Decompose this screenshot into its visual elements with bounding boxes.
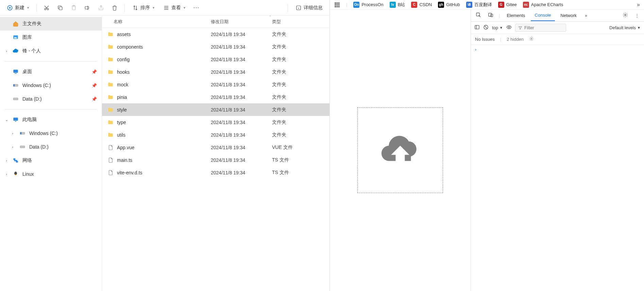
bookmark-item[interactable]: ecApache ECharts xyxy=(523,2,563,8)
bookmark-item[interactable]: OnProcessOn xyxy=(353,2,383,8)
sidebar-item-label: 主文件夹 xyxy=(22,21,41,27)
plus-circle-icon xyxy=(7,5,13,11)
log-levels[interactable]: Default levels ▼ xyxy=(609,25,641,30)
file-row[interactable]: style2024/11/8 19:34文件夹 xyxy=(102,103,329,116)
sidebar-item-home[interactable]: 主文件夹 xyxy=(0,17,102,31)
sidebar-item-label: 锋 - 个人 xyxy=(22,48,41,54)
chevron-right-icon[interactable]: › xyxy=(4,49,9,53)
sidebar-item-desktop[interactable]: 桌面 📌 xyxy=(0,65,102,79)
sidebar-item-linux[interactable]: › Linux xyxy=(0,167,102,181)
tab-elements[interactable]: Elements xyxy=(503,10,529,21)
upload-dropzone[interactable] xyxy=(357,107,443,193)
kebab-icon[interactable]: ⋮ xyxy=(632,11,642,20)
sidebar-toggle-icon[interactable] xyxy=(474,24,480,31)
file-row[interactable]: pinia2024/11/8 19:34文件夹 xyxy=(102,91,329,103)
bookmark-item[interactable]: CCSDN xyxy=(411,2,432,8)
file-row[interactable]: App.vue2024/11/8 19:34VUE 文件 xyxy=(102,141,329,154)
bookmark-item[interactable]: GGitee xyxy=(498,2,517,8)
separator: | xyxy=(500,37,501,42)
bookmark-label: Apache ECharts xyxy=(531,2,563,7)
file-row[interactable]: type2024/11/8 19:34文件夹 xyxy=(102,116,329,129)
rename-button[interactable] xyxy=(82,3,93,13)
settings-icon[interactable] xyxy=(620,10,631,21)
apps-grid-icon[interactable] xyxy=(334,2,340,8)
share-button[interactable] xyxy=(95,3,107,13)
file-name: utils xyxy=(117,132,125,138)
explorer-sidebar: 主文件夹 图库 › 锋 - 个人 桌面 📌 Windows (C:) 📌 xyxy=(0,16,102,291)
chevron-right-icon[interactable]: › xyxy=(10,145,15,149)
pin-icon[interactable]: 📌 xyxy=(91,83,97,88)
chevron-right-icon[interactable]: › xyxy=(4,158,9,162)
sidebar-item-network[interactable]: › 网络 xyxy=(0,154,102,167)
sidebar-item-pc-drive-d[interactable]: › Data (D:) xyxy=(0,140,102,154)
file-row[interactable]: hooks2024/11/8 19:34文件夹 xyxy=(102,66,329,78)
clear-console-icon[interactable] xyxy=(483,24,489,31)
console-output[interactable]: › xyxy=(471,45,644,291)
col-name[interactable]: 名称 xyxy=(102,19,211,25)
folder-icon xyxy=(107,44,114,50)
col-type[interactable]: 类型 xyxy=(272,19,313,25)
chevron-right-icon[interactable]: › xyxy=(10,131,15,135)
settings-small-icon[interactable] xyxy=(529,36,534,42)
inspect-icon[interactable] xyxy=(473,10,484,21)
sidebar-item-this-pc[interactable]: ⌄ 此电脑 xyxy=(0,113,102,126)
file-row[interactable]: main.ts2024/11/8 19:34TS 文件 xyxy=(102,154,329,166)
sidebar-item-label: 图库 xyxy=(22,34,32,40)
filter-box[interactable] xyxy=(515,24,566,32)
new-button[interactable]: 新建 ▾ xyxy=(3,3,32,13)
bookmark-icon: 译 xyxy=(466,2,472,8)
bookmark-label: CSDN xyxy=(419,2,432,7)
pin-icon[interactable]: 📌 xyxy=(91,69,97,74)
file-date: 2024/11/8 19:34 xyxy=(211,95,272,100)
sidebar-item-drive-c[interactable]: Windows (C:) 📌 xyxy=(0,79,102,92)
file-row[interactable]: components2024/11/8 19:34文件夹 xyxy=(102,40,329,53)
chevron-right-icon[interactable]: › xyxy=(4,172,9,176)
file-date: 2024/11/8 19:34 xyxy=(211,170,272,175)
chevron-down-icon[interactable]: ⌄ xyxy=(4,118,9,122)
col-date[interactable]: 修改日期 xyxy=(211,19,272,25)
device-toggle-icon[interactable] xyxy=(485,10,496,21)
delete-button[interactable] xyxy=(109,3,120,13)
filter-icon xyxy=(518,26,522,30)
file-list-header[interactable]: 名称 ˄ 修改日期 类型 xyxy=(102,16,329,28)
bookmark-item[interactable]: ghGitHub xyxy=(438,2,460,8)
bookmark-item[interactable]: tvB站 xyxy=(390,2,405,8)
view-button[interactable]: 查看 ▾ xyxy=(160,3,189,13)
tab-console[interactable]: Console xyxy=(531,10,555,21)
sidebar-item-gallery[interactable]: 图库 xyxy=(0,31,102,44)
file-name: hooks xyxy=(117,69,130,75)
paste-button[interactable] xyxy=(68,3,80,13)
svg-point-23 xyxy=(16,173,17,173)
tabs-overflow-icon[interactable]: » xyxy=(582,11,590,20)
sidebar-item-pc-drive-c[interactable]: › Windows (C:) xyxy=(0,126,102,140)
sidebar-item-label: Windows (C:) xyxy=(29,131,58,136)
file-row[interactable]: mock2024/11/8 19:34文件夹 xyxy=(102,78,329,91)
file-row[interactable]: utils2024/11/8 19:34文件夹 xyxy=(102,129,329,141)
bookmarks-overflow-icon[interactable]: » xyxy=(637,2,640,8)
file-date: 2024/11/8 19:34 xyxy=(211,145,272,150)
sort-button[interactable]: 排序 ▾ xyxy=(129,3,158,13)
bookmark-icon: ec xyxy=(523,2,529,8)
context-selector[interactable]: top ▼ xyxy=(492,25,503,30)
file-type: 文件夹 xyxy=(272,107,313,113)
sidebar-item-drive-d[interactable]: Data (D:) 📌 xyxy=(0,92,102,106)
pin-icon[interactable]: 📌 xyxy=(91,97,97,102)
cut-button[interactable] xyxy=(41,3,52,13)
file-row[interactable]: vite-env.d.ts2024/11/8 19:34TS 文件 xyxy=(102,166,329,179)
live-expression-icon[interactable] xyxy=(506,24,512,31)
filter-input[interactable] xyxy=(524,25,558,30)
file-row[interactable]: config2024/11/8 19:34文件夹 xyxy=(102,53,329,66)
new-label: 新建 xyxy=(15,5,24,11)
details-button[interactable]: 详细信息 xyxy=(292,3,326,13)
separator xyxy=(36,4,37,12)
sidebar-item-onedrive[interactable]: › 锋 - 个人 xyxy=(0,44,102,58)
copy-button[interactable] xyxy=(54,3,66,13)
file-type: 文件夹 xyxy=(272,119,313,125)
hidden-count[interactable]: 2 hidden xyxy=(507,37,524,42)
file-row[interactable]: assets2024/11/8 19:34文件夹 xyxy=(102,28,329,40)
levels-label: Default levels xyxy=(609,25,636,30)
bookmark-item[interactable]: 译百度翻译 xyxy=(466,2,492,8)
tab-network[interactable]: Network xyxy=(556,10,581,21)
more-button[interactable]: ··· xyxy=(191,3,202,13)
issues-label[interactable]: No Issues xyxy=(475,37,495,42)
